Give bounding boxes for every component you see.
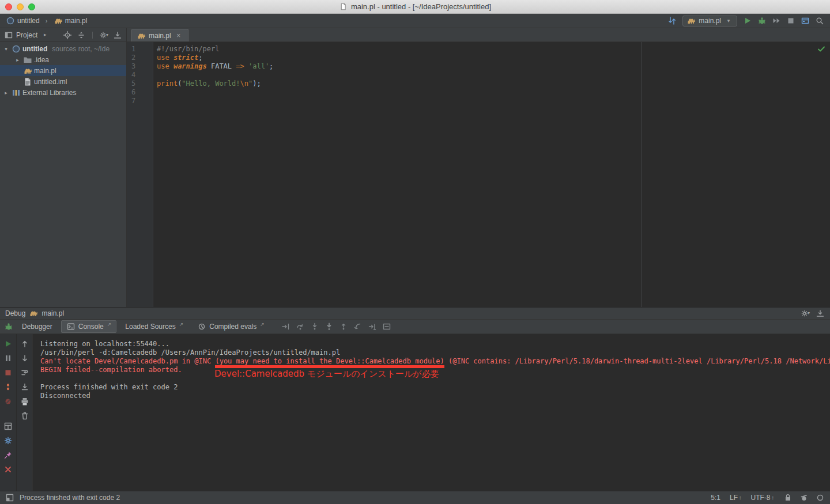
tree-item-untitled-iml[interactable]: untitled.iml	[0, 76, 126, 87]
collapse-all-button[interactable]	[77, 31, 86, 40]
step-into-button[interactable]	[310, 322, 319, 331]
pin-tab-button[interactable]	[3, 450, 13, 460]
tab-debugger[interactable]: Debugger	[17, 321, 58, 332]
line-number: 7	[127, 97, 154, 105]
zoom-window-button[interactable]	[28, 3, 35, 10]
hide-panel-button[interactable]	[113, 31, 122, 40]
breadcrumb-item-untitled[interactable]: untitled	[6, 16, 40, 25]
force-step-into-button[interactable]	[325, 322, 334, 331]
code-token: ;	[269, 62, 273, 70]
editor-tab-main-pl[interactable]: main.pl ×	[131, 29, 188, 41]
project-icon	[12, 44, 21, 54]
resume-button[interactable]	[3, 339, 13, 348]
ide-window: main.pl - untitled - [~/IdeaProjects/unt…	[0, 0, 830, 504]
debug-config-label: main.pl	[42, 309, 64, 317]
mute-breakpoints-button[interactable]	[3, 397, 13, 406]
code-text: use warnings FATAL => 'all';	[154, 62, 273, 71]
prev-occurrence-button[interactable]	[20, 339, 29, 348]
tab-compiled-evals[interactable]: Compiled evals↗	[192, 320, 270, 333]
chevron-right-icon[interactable]: ▸	[14, 57, 21, 63]
status-message: Process finished with exit code 2	[20, 494, 120, 502]
evaluate-expression-button[interactable]	[382, 322, 391, 331]
breadcrumb: untitled › main.pl	[6, 16, 87, 25]
breadcrumb-separator-icon: ›	[42, 16, 51, 25]
breadcrumb-item-main-pl[interactable]: main.pl	[54, 16, 88, 25]
hide-debug-panel-button[interactable]	[816, 309, 825, 318]
update-project-button[interactable]	[667, 16, 677, 25]
inspector-icon[interactable]	[799, 493, 809, 502]
readonly-lock-icon[interactable]	[783, 493, 793, 502]
line-separator-widget[interactable]: LF ↕	[730, 494, 742, 502]
console-icon	[66, 322, 76, 331]
run-button[interactable]	[743, 16, 752, 25]
editor-pane[interactable]: 1#!/usr/bin/perl2use strict;3use warning…	[127, 42, 830, 307]
console-actions-toolbar	[17, 334, 33, 491]
tree-item--idea[interactable]: ▸.idea	[0, 54, 126, 65]
restore-layout-button[interactable]	[3, 422, 13, 431]
line-number: 1	[127, 45, 154, 54]
run-to-cursor-button[interactable]	[368, 322, 377, 331]
tab-loaded-sources[interactable]: Loaded Sources↗	[120, 321, 188, 332]
debugger-settings-button[interactable]	[3, 436, 13, 445]
updown-arrows-icon: ↕	[772, 495, 775, 501]
show-execution-point-button[interactable]	[281, 322, 290, 331]
external-mark-icon: ↗	[179, 321, 184, 327]
tree-item-main-pl[interactable]: main.pl	[0, 65, 126, 76]
stop-process-button[interactable]	[3, 368, 13, 377]
locate-button[interactable]	[63, 31, 72, 40]
updown-arrows-icon: ↕	[739, 495, 742, 501]
code-token: print	[157, 79, 178, 88]
inspections-ok-icon[interactable]	[817, 44, 826, 54]
background-tasks-icon[interactable]	[816, 493, 825, 502]
pause-button[interactable]	[3, 354, 13, 363]
close-debug-button[interactable]	[3, 465, 13, 474]
libraries-icon	[12, 88, 21, 97]
scroll-to-end-button[interactable]	[20, 382, 29, 392]
soft-wrap-button[interactable]	[20, 368, 29, 377]
caret-position-widget[interactable]: 5:1	[711, 494, 720, 502]
debug-panel-header: Debug main.pl ▾	[0, 307, 830, 320]
close-window-button[interactable]	[5, 3, 12, 10]
print-button[interactable]	[20, 397, 29, 406]
encoding-widget[interactable]: UTF-8 ↕	[751, 494, 775, 502]
chevron-right-icon: ▸	[40, 31, 50, 40]
step-out-button[interactable]	[339, 322, 348, 331]
tree-item-untitled[interactable]: ▾untitledsources root, ~/Ide	[0, 43, 126, 54]
step-over-button[interactable]	[296, 322, 305, 331]
minimize-window-button[interactable]	[17, 3, 24, 10]
line-number: 6	[127, 88, 154, 97]
folder-icon	[23, 55, 32, 65]
project-icon	[6, 16, 15, 25]
tab-label: Debugger	[22, 323, 52, 331]
coverage-button[interactable]	[772, 16, 781, 25]
code-line: 5print("Hello, World!\n");	[127, 79, 830, 88]
camel-icon	[54, 16, 63, 25]
next-occurrence-button[interactable]	[20, 354, 29, 363]
drop-frame-button[interactable]	[353, 322, 363, 331]
project-panel-header: Project ▸ ▾	[0, 28, 127, 42]
stop-button[interactable]	[786, 16, 795, 25]
window-panel-button[interactable]	[801, 16, 810, 25]
code-line: 6	[127, 88, 830, 97]
chevron-down-icon[interactable]: ▾	[2, 46, 10, 52]
tree-item-external-libraries[interactable]: ▸External Libraries	[0, 87, 126, 98]
console-line: /usr/bin/perl -d:Camelcadedb /Users/AnnP…	[40, 348, 830, 357]
console-error-text: (@INC contains: /Library/Perl/5.18/darwi…	[444, 357, 830, 365]
debug-settings-button[interactable]: ▾	[801, 309, 810, 318]
run-configuration-select[interactable]: main.pl ▾	[682, 16, 737, 26]
view-options-button[interactable]: ▾	[99, 31, 108, 40]
console-output[interactable]: Listening on localhost:55440.../usr/bin/…	[33, 334, 830, 491]
close-tab-icon[interactable]: ×	[174, 31, 183, 40]
tool-window-switcher-icon[interactable]	[5, 493, 14, 502]
view-breakpoints-button[interactable]	[3, 382, 13, 392]
code-token: =>	[236, 62, 248, 70]
chevron-right-icon[interactable]: ▸	[2, 90, 10, 96]
debug-button[interactable]	[757, 16, 767, 25]
code-token: "Hello, World!	[182, 79, 240, 88]
tab-console[interactable]: Console↗	[61, 320, 117, 333]
camel-icon	[23, 66, 32, 75]
project-panel-title[interactable]: Project	[16, 31, 37, 39]
search-everywhere-button[interactable]	[815, 16, 824, 25]
clear-all-button[interactable]	[20, 411, 29, 420]
navigation-bar: untitled › main.pl main.pl ▾	[0, 14, 830, 28]
